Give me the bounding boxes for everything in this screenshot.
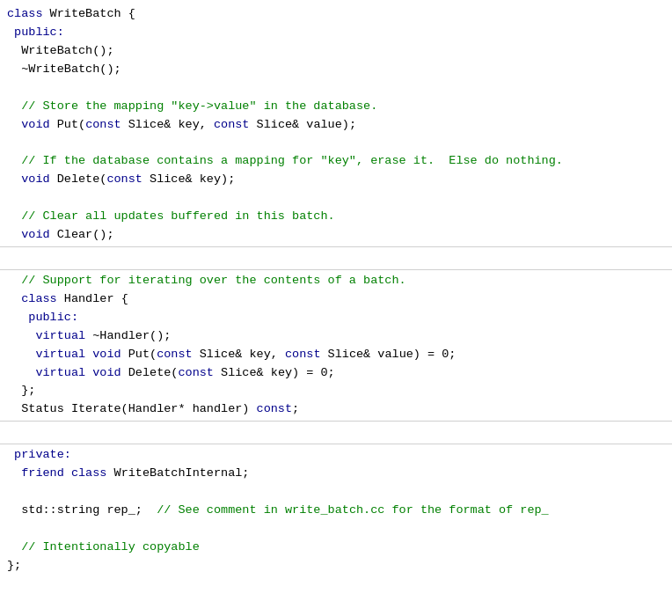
code-line: void Delete(const Slice& key);: [0, 171, 672, 189]
code-segment: friend: [21, 466, 64, 480]
code-segment: [7, 118, 21, 131]
code-segment: [7, 466, 21, 480]
code-segment: Handler {: [57, 292, 128, 305]
code-segment: Delete(: [50, 172, 107, 186]
code-line: [0, 483, 672, 502]
code-line: private:: [0, 446, 672, 465]
code-line: void Clear();: [0, 226, 672, 245]
code-segment: const: [257, 402, 293, 415]
code-segment: const: [157, 348, 193, 361]
code-segment: [7, 172, 21, 186]
code-segment: [7, 154, 21, 167]
code-line: [0, 134, 672, 152]
code-segment: ~Handler();: [85, 329, 171, 342]
code-segment: [7, 26, 14, 39]
code-line: };: [0, 557, 672, 576]
code-segment: [7, 209, 21, 223]
code-segment: [7, 228, 21, 241]
code-segment: [7, 311, 28, 324]
code-segment: const: [106, 172, 142, 186]
code-segment: ;: [292, 402, 299, 415]
code-line: [0, 79, 672, 98]
code-segment: void: [21, 118, 49, 131]
code-segment: std::string rep_;: [7, 503, 157, 517]
code-segment: };: [7, 384, 35, 397]
code-segment: [7, 448, 14, 461]
section-divider: [0, 246, 672, 247]
code-line: class Handler {: [0, 290, 672, 309]
code-segment: Status Iterate(Handler* handler): [7, 402, 257, 415]
code-segment: [7, 540, 21, 554]
code-segment: Slice& value);: [249, 118, 356, 131]
code-segment: virtual: [35, 366, 85, 379]
code-line: std::string rep_; // See comment in writ…: [0, 502, 672, 520]
code-segment: public:: [28, 311, 78, 324]
code-line: virtual void Delete(const Slice& key) = …: [0, 364, 672, 383]
code-segment: Put(: [121, 348, 157, 361]
code-segment: WriteBatchInternal;: [106, 466, 249, 480]
code-segment: class: [7, 7, 50, 20]
code-line: virtual void Put(const Slice& key, const…: [0, 346, 672, 364]
code-segment: Slice& value) = 0;: [321, 348, 457, 361]
code-segment: [7, 292, 21, 305]
code-segment: [7, 366, 35, 379]
code-segment: [7, 274, 21, 287]
code-segment: ~WriteBatch();: [7, 62, 121, 76]
code-line: // Support for iterating over the conten…: [0, 272, 672, 290]
code-line: // Intentionally copyable: [0, 539, 672, 557]
code-line: friend class WriteBatchInternal;: [0, 465, 672, 483]
code-line: Status Iterate(Handler* handler) const;: [0, 400, 672, 419]
code-segment: WriteBatch();: [7, 44, 114, 57]
code-segment: Slice& key);: [142, 172, 235, 186]
code-segment: virtual: [35, 329, 85, 342]
code-segment: [64, 466, 71, 480]
code-segment: };: [7, 559, 21, 572]
code-segment: class: [21, 292, 57, 305]
section-divider: [0, 269, 672, 270]
code-segment: // Intentionally copyable: [21, 540, 200, 554]
code-segment: public:: [14, 26, 64, 39]
code-segment: void: [92, 348, 121, 361]
code-segment: // If the database contains a mapping fo…: [21, 154, 563, 167]
code-segment: const: [285, 348, 321, 361]
code-container: class WriteBatch { public: WriteBatch();…: [0, 0, 672, 581]
code-segment: const: [85, 118, 121, 131]
code-line: public:: [0, 309, 672, 327]
code-segment: Clear();: [50, 228, 114, 241]
code-line: };: [0, 382, 672, 400]
code-segment: const: [214, 118, 250, 131]
code-line: void Put(const Slice& key, const Slice& …: [0, 116, 672, 135]
code-segment: Put(: [50, 118, 86, 131]
code-segment: virtual: [35, 348, 85, 361]
code-line: class WriteBatch {: [0, 5, 672, 24]
code-segment: void: [92, 366, 121, 379]
code-segment: void: [21, 172, 49, 186]
code-line: WriteBatch();: [0, 42, 672, 61]
code-line: [0, 249, 672, 268]
code-segment: Slice& key,: [121, 118, 214, 131]
code-line: // Clear all updates buffered in this ba…: [0, 208, 672, 226]
code-segment: // See comment in write_batch.cc for the…: [157, 503, 549, 517]
code-segment: [7, 99, 21, 113]
section-divider: [0, 444, 672, 444]
code-line: // If the database contains a mapping fo…: [0, 152, 672, 171]
code-segment: [7, 348, 35, 361]
code-segment: class: [71, 466, 107, 480]
code-segment: Slice& key) = 0;: [214, 366, 335, 379]
code-segment: // Support for iterating over the conten…: [21, 274, 405, 287]
code-segment: Delete(: [121, 366, 179, 379]
code-segment: // Store the mapping "key->value" in the…: [21, 99, 377, 113]
code-segment: private:: [14, 448, 71, 461]
code-line: virtual ~Handler();: [0, 327, 672, 346]
code-segment: WriteBatch {: [50, 7, 135, 20]
code-line: [0, 423, 672, 442]
code-line: [0, 189, 672, 208]
code-line: public:: [0, 24, 672, 42]
code-line: [0, 520, 672, 539]
code-segment: Slice& key,: [193, 348, 285, 361]
code-segment: void: [21, 228, 49, 241]
code-segment: const: [178, 366, 214, 379]
code-line: // Store the mapping "key->value" in the…: [0, 98, 672, 116]
code-segment: [7, 329, 35, 342]
section-divider: [0, 421, 672, 422]
